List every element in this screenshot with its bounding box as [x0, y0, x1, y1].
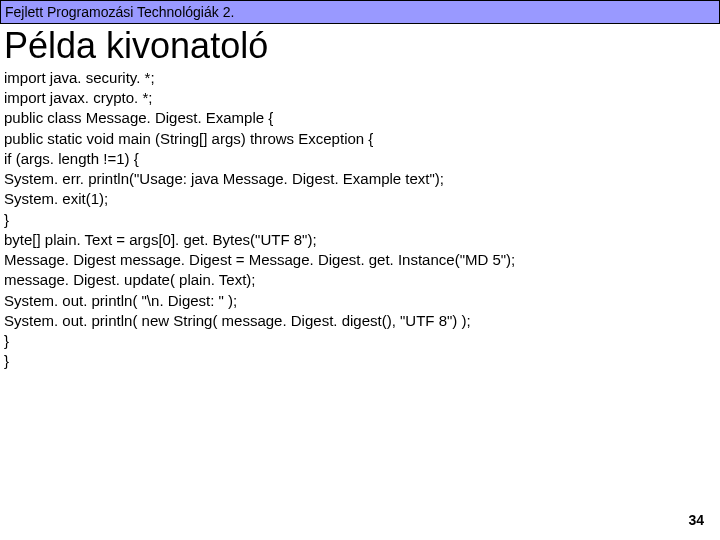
header-bar: Fejlett Programozási Technológiák 2. — [0, 0, 720, 24]
code-line: public class Message. Digest. Example { — [4, 108, 716, 128]
code-line: byte[] plain. Text = args[0]. get. Bytes… — [4, 230, 716, 250]
code-line: } — [4, 210, 716, 230]
code-line: } — [4, 351, 716, 371]
slide-title: Példa kivonatoló — [0, 24, 720, 68]
code-line: Message. Digest message. Digest = Messag… — [4, 250, 716, 270]
code-line: if (args. length !=1) { — [4, 149, 716, 169]
code-line: System. out. println( "\n. Digest: " ); — [4, 291, 716, 311]
code-line: import javax. crypto. *; — [4, 88, 716, 108]
page-number: 34 — [688, 512, 704, 528]
code-line: import java. security. *; — [4, 68, 716, 88]
code-line: public static void main (String[] args) … — [4, 129, 716, 149]
code-line: System. err. println("Usage: java Messag… — [4, 169, 716, 189]
code-block: import java. security. *; import javax. … — [0, 68, 720, 372]
code-line: System. out. println( new String( messag… — [4, 311, 716, 331]
code-line: message. Digest. update( plain. Text); — [4, 270, 716, 290]
course-title: Fejlett Programozási Technológiák 2. — [5, 4, 234, 20]
code-line: } — [4, 331, 716, 351]
code-line: System. exit(1); — [4, 189, 716, 209]
